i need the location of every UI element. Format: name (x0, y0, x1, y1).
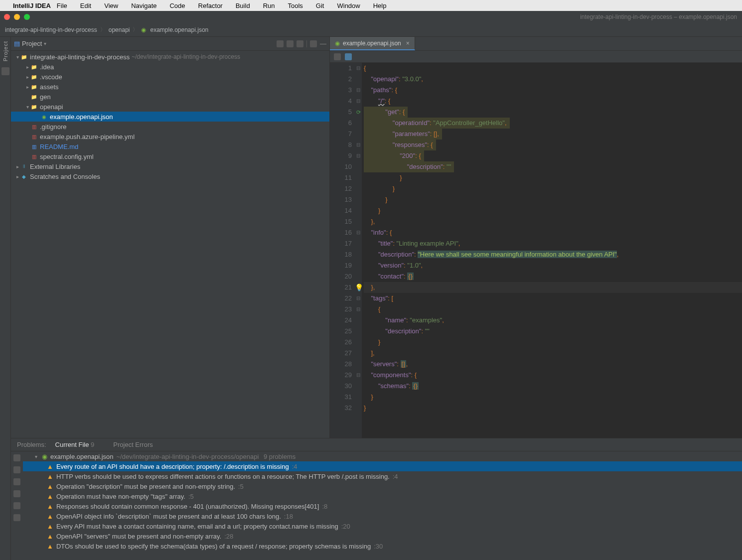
menubar-item-build[interactable]: Build (236, 2, 250, 9)
problem-message: Operation "description" must be present … (56, 483, 235, 490)
run-gutter-icon[interactable]: ⟳ (356, 109, 361, 115)
view-icon[interactable] (13, 466, 20, 473)
chevron-icon[interactable]: ▸ (15, 174, 20, 179)
problem-item[interactable]: ▲ Operation must have non-empty "tags" a… (23, 491, 742, 501)
settings-icon[interactable] (310, 40, 317, 47)
chevron-icon[interactable] (25, 94, 30, 100)
editor-option-icon[interactable] (334, 53, 341, 60)
window-minimize-button[interactable] (14, 14, 20, 20)
chevron-icon[interactable]: ▾ (15, 54, 20, 60)
window-close-button[interactable] (4, 14, 10, 20)
problem-message: OpenAPI object info `description` must b… (56, 513, 281, 520)
tree-item-label: .idea (40, 63, 54, 71)
problem-item[interactable]: ▲ OpenAPI object info `description` must… (23, 511, 742, 521)
tree-item[interactable]: ▥ README.md (11, 141, 329, 151)
project-tree[interactable]: ▾ 📁 integrate-api-linting-in-dev-process… (11, 51, 329, 438)
problem-item[interactable]: ▲ DTOs should be used to specify the sch… (23, 541, 742, 551)
tree-item-label: integrate-api-linting-in-dev-process (30, 53, 130, 61)
chevron-icon[interactable]: ▸ (25, 84, 30, 90)
chevron-icon[interactable]: ▸ (25, 74, 30, 80)
problems-file-header[interactable]: ▾ ◉ example.openapi.json ~/dev/integrate… (23, 451, 742, 461)
menubar-item-code[interactable]: Code (169, 2, 185, 9)
breadcrumb-item[interactable]: openapi (109, 26, 130, 33)
traffic-lights (4, 14, 30, 20)
tree-item-label: openapi (40, 103, 63, 111)
folder-icon: 📁 (20, 53, 28, 61)
close-tab-icon[interactable]: × (406, 40, 410, 47)
tree-item[interactable]: ▥ .gitignore (11, 122, 329, 132)
problem-item[interactable]: ▲ HTTP verbs should be used to express d… (23, 471, 742, 481)
tree-item[interactable]: ◉ example.openapi.json (11, 112, 329, 122)
tree-item[interactable]: ▸ 📁 .idea (11, 62, 329, 72)
expand-icon[interactable] (13, 490, 20, 497)
problem-message: Responses should contain common response… (56, 503, 319, 510)
macos-menubar: IntelliJ IDEA FileEditViewNavigateCodeRe… (0, 0, 742, 11)
bulb-icon[interactable] (13, 514, 20, 521)
schema-icon[interactable] (345, 53, 352, 60)
problem-item[interactable]: ▲ Every route of an API should have a de… (23, 461, 742, 471)
problems-list[interactable]: ▾ ◉ example.openapi.json ~/dev/integrate… (23, 451, 742, 560)
chevron-icon[interactable] (35, 114, 40, 120)
project-panel-title: ▤ Project ▾ (14, 40, 274, 47)
menubar-item-help[interactable]: Help (373, 2, 387, 9)
breadcrumb-item[interactable]: example.openapi.json (150, 26, 208, 33)
chevron-icon[interactable]: ▸ (25, 64, 30, 70)
problem-item[interactable]: ▲ Operation "description" must be presen… (23, 481, 742, 491)
problem-item[interactable]: ▲ Every API must have a contact containi… (23, 521, 742, 531)
problem-location: :5 (238, 483, 244, 490)
tree-item[interactable]: 📁 gen (11, 92, 329, 102)
editor-tab[interactable]: ◉ example.openapi.json × (330, 37, 415, 50)
menubar-item-tools[interactable]: Tools (288, 2, 302, 9)
git-icon: ▥ (30, 123, 38, 131)
tree-item[interactable]: ▾ 📁 integrate-api-linting-in-dev-process… (11, 52, 329, 62)
chevron-icon[interactable] (25, 124, 30, 130)
breadcrumb-item[interactable]: integrate-api-linting-in-dev-process (5, 26, 97, 33)
problem-item[interactable]: ▲ OpenAPI "servers" must be present and … (23, 531, 742, 541)
editor-toolbar (330, 51, 742, 63)
window-maximize-button[interactable] (24, 14, 30, 20)
menubar-item-navigate[interactable]: Navigate (131, 2, 156, 9)
tree-item-label: .gitignore (40, 123, 66, 131)
menubar-item-run[interactable]: Run (263, 2, 275, 9)
collapse-all-icon[interactable] (297, 40, 303, 47)
chevron-icon[interactable]: ▸ (15, 164, 20, 169)
editor-area: ◉ example.openapi.json × 123456789101112… (330, 37, 742, 438)
menubar-item-refactor[interactable]: Refactor (198, 2, 223, 9)
problems-tab[interactable]: Project Errors (113, 441, 152, 448)
menubar-item-edit[interactable]: Edit (80, 2, 91, 9)
problem-item[interactable]: ▲ Responses should contain common respon… (23, 501, 742, 511)
folder-icon: 📁 (30, 103, 38, 111)
problem-message: OpenAPI "servers" must be present and no… (56, 533, 221, 540)
refresh-icon[interactable] (13, 454, 20, 461)
menubar-item-git[interactable]: Git (316, 2, 324, 9)
tree-item[interactable]: ▸ ⫴ External Libraries (11, 161, 329, 171)
chevron-icon[interactable] (25, 154, 30, 159)
chevron-icon[interactable] (25, 144, 30, 149)
tree-item[interactable]: ▥ spectral.config.yml (11, 151, 329, 161)
problem-message: Operation must have non-empty "tags" arr… (56, 493, 185, 500)
chevron-icon[interactable]: ▾ (25, 104, 30, 110)
menubar-item-file[interactable]: File (57, 2, 67, 9)
bookmarks-toolwindow-icon[interactable] (1, 67, 9, 75)
tree-item[interactable]: ▸ 📁 assets (11, 82, 329, 92)
problem-location: :30 (374, 543, 383, 550)
folder-icon: 📁 (30, 63, 38, 71)
menubar-item-view[interactable]: View (104, 2, 118, 9)
tree-item[interactable]: ▸ 📁 .vscode (11, 72, 329, 82)
tree-item[interactable]: ▸ ◆ Scratches and Consoles (11, 171, 329, 181)
warning-icon: ▲ (47, 503, 53, 510)
chevron-icon[interactable] (25, 134, 30, 140)
select-opened-file-icon[interactable] (277, 40, 284, 47)
window-titlebar: integrate-api-linting-in-dev-process – e… (0, 11, 742, 23)
project-toolwindow-button[interactable]: Project (2, 39, 8, 63)
filter-icon[interactable] (13, 478, 20, 485)
collapse-icon[interactable] (13, 502, 20, 509)
menubar-app-name[interactable]: IntelliJ IDEA (13, 2, 51, 9)
tree-item[interactable]: ▾ 📁 openapi (11, 102, 329, 112)
problems-tab[interactable]: Current File 9 (55, 441, 95, 448)
menubar-item-window[interactable]: Window (337, 2, 360, 9)
folder-icon: 📁 (30, 93, 38, 101)
expand-all-icon[interactable] (287, 40, 294, 47)
tree-item[interactable]: ▥ example.push.azure-pipeline.yml (11, 132, 329, 141)
code-editor[interactable]: 1234567891011121314151617181920212223242… (330, 63, 742, 438)
